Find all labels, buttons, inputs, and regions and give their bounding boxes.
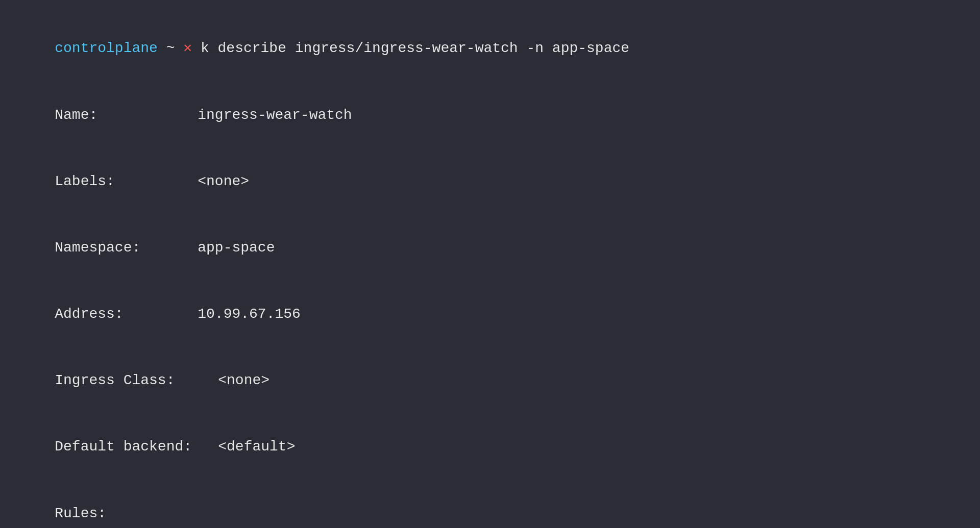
hostname: controlplane — [55, 40, 158, 56]
labels-label: Labels: — [55, 170, 198, 192]
name-label: Name: — [55, 104, 198, 126]
rules-label-line: Rules: — [20, 480, 960, 528]
command-text: k describe ingress/ingress-wear-watch -n… — [192, 40, 629, 56]
namespace-label: Namespace: — [55, 237, 198, 259]
namespace-value: app-space — [198, 240, 275, 256]
default-backend-line: Default backend:<default> — [20, 414, 960, 480]
labels-line: Labels:<none> — [20, 148, 960, 214]
ingress-class-value: <none> — [218, 372, 270, 388]
labels-value: <none> — [198, 173, 249, 189]
address-value: 10.99.67.156 — [198, 306, 301, 322]
ingress-class-label: Ingress Class: — [55, 369, 218, 391]
rules-label: Rules: — [55, 506, 106, 521]
command-line: controlplane ~ ✕ k describe ingress/ingr… — [20, 15, 960, 82]
name-line: Name:ingress-wear-watch — [20, 82, 960, 148]
tilde: ~ — [158, 40, 183, 56]
cross-icon: ✕ — [183, 40, 192, 56]
namespace-line: Namespace:app-space — [20, 215, 960, 281]
name-value: ingress-wear-watch — [198, 107, 352, 123]
address-label: Address: — [55, 303, 198, 325]
default-backend-label: Default backend: — [55, 436, 218, 458]
terminal-window: controlplane ~ ✕ k describe ingress/ingr… — [20, 15, 960, 528]
ingress-class-line: Ingress Class:<none> — [20, 347, 960, 414]
address-line: Address:10.99.67.156 — [20, 281, 960, 347]
default-backend-value: <default> — [218, 439, 295, 455]
